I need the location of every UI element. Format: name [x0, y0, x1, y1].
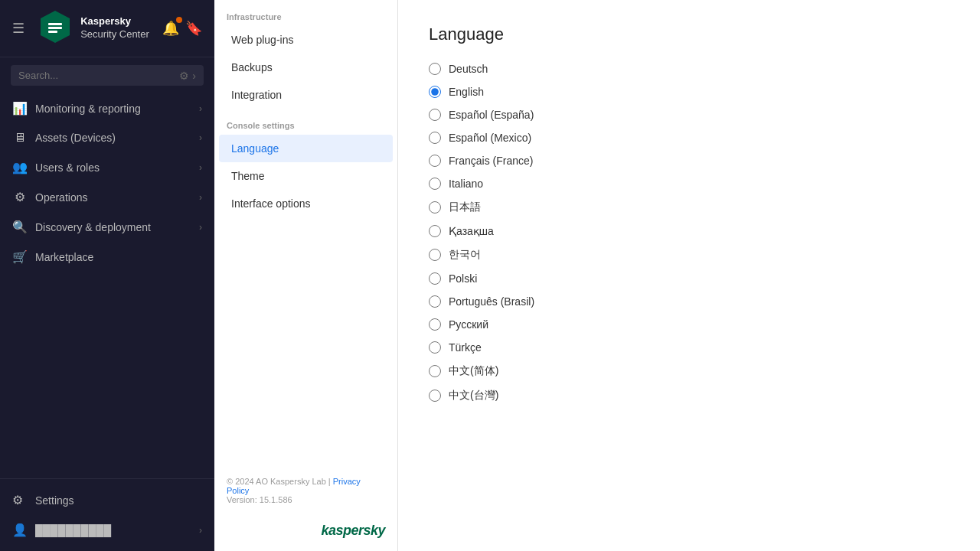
radio-turkish[interactable]: [429, 341, 441, 354]
sidebar-item-monitoring-label: Monitoring & reporting: [35, 103, 199, 115]
chevron-right-icon[interactable]: ›: [192, 70, 196, 82]
radio-label-espanol-mexico: Español (Mexico): [449, 132, 531, 144]
radio-item-korean[interactable]: 한국어: [429, 248, 949, 262]
radio-item-kazakh[interactable]: Қазақша: [429, 225, 949, 237]
radio-item-japanese[interactable]: 日本語: [429, 201, 949, 214]
radio-item-english[interactable]: English: [429, 86, 949, 98]
radio-item-turkish[interactable]: Türkçe: [429, 341, 949, 354]
middle-item-interface-options[interactable]: Interface options: [219, 190, 393, 217]
sidebar-item-discovery-label: Discovery & deployment: [35, 221, 199, 233]
radio-japanese[interactable]: [429, 201, 441, 214]
radio-label-russian: Русский: [449, 318, 488, 331]
sidebar-item-monitoring[interactable]: 📊 Monitoring & reporting ›: [0, 93, 214, 123]
kaspersky-brand-logo: kaspersky: [214, 517, 397, 551]
radio-label-polski: Polski: [449, 272, 477, 285]
radio-label-espanol-espana: Español (España): [449, 109, 534, 121]
middle-item-language[interactable]: Language: [219, 135, 393, 162]
users-icon: 👥: [12, 160, 28, 174]
radio-label-chinese-traditional: 中文(台灣): [449, 389, 498, 403]
monitoring-icon: 📊: [12, 101, 28, 116]
sidebar-item-discovery[interactable]: 🔍 Discovery & deployment ›: [0, 212, 214, 242]
radio-label-italiano: Italiano: [449, 178, 483, 190]
radio-label-japanese: 日本語: [449, 201, 481, 214]
radio-polski[interactable]: [429, 272, 441, 285]
radio-espanol-espana[interactable]: [429, 109, 441, 121]
sidebar-item-users[interactable]: 👥 Users & roles ›: [0, 152, 214, 182]
sidebar-search-area: ⚙ ›: [0, 57, 214, 93]
sidebar-item-operations-label: Operations: [35, 191, 199, 204]
radio-item-russian[interactable]: Русский: [429, 318, 949, 331]
sidebar-item-marketplace[interactable]: 🛒 Marketplace: [0, 242, 214, 272]
radio-item-deutsch[interactable]: Deutsch: [429, 63, 949, 75]
radio-item-italiano[interactable]: Italiano: [429, 178, 949, 190]
chevron-icon: ›: [199, 222, 202, 233]
sidebar-footer: ⚙ Settings 👤 ██████████ ›: [0, 478, 214, 551]
radio-label-kazakh: Қазақша: [449, 225, 494, 237]
middle-item-backups[interactable]: Backups: [219, 54, 393, 81]
radio-label-deutsch: Deutsch: [449, 63, 488, 75]
middle-panel: Infrastructure Web plug-ins Backups Inte…: [214, 0, 398, 551]
radio-espanol-mexico[interactable]: [429, 132, 441, 144]
sidebar-item-user[interactable]: 👤 ██████████ ›: [0, 515, 214, 545]
radio-kazakh[interactable]: [429, 225, 441, 237]
radio-portugues[interactable]: [429, 295, 441, 308]
radio-deutsch[interactable]: [429, 63, 441, 75]
operations-icon: ⚙: [12, 190, 28, 204]
sidebar-item-settings[interactable]: ⚙ Settings: [0, 485, 214, 515]
svg-rect-1: [48, 23, 62, 25]
search-actions: ⚙ ›: [179, 70, 196, 82]
notifications-icon[interactable]: 🔔: [162, 20, 179, 37]
sidebar-item-users-label: Users & roles: [35, 161, 199, 174]
sidebar-item-assets[interactable]: 🖥 Assets (Devices) ›: [0, 123, 214, 152]
infrastructure-section-label: Infrastructure: [214, 0, 397, 26]
radio-item-espanol-mexico[interactable]: Español (Mexico): [429, 132, 949, 144]
marketplace-icon: 🛒: [12, 249, 28, 264]
sidebar: ☰ Kaspersky Security Center 🔔 🔖: [0, 0, 214, 551]
chevron-icon: ›: [199, 132, 202, 143]
radio-item-chinese-simplified[interactable]: 中文(简体): [429, 364, 949, 378]
svg-rect-3: [48, 31, 57, 33]
radio-item-francais[interactable]: Français (France): [429, 155, 949, 167]
bookmarks-icon[interactable]: 🔖: [185, 20, 202, 37]
middle-item-integration[interactable]: Integration: [219, 81, 393, 109]
logo-area: Kaspersky Security Center: [38, 9, 149, 47]
radio-korean[interactable]: [429, 249, 441, 261]
sidebar-item-marketplace-label: Marketplace: [35, 251, 202, 263]
chevron-icon: ›: [199, 103, 202, 114]
user-chevron-icon: ›: [199, 525, 202, 536]
radio-label-korean: 한국어: [449, 248, 481, 262]
radio-chinese-traditional[interactable]: [429, 390, 441, 402]
discovery-icon: 🔍: [12, 220, 28, 234]
radio-label-chinese-simplified: 中文(简体): [449, 364, 498, 378]
user-icon: 👤: [12, 523, 28, 537]
middle-item-theme[interactable]: Theme: [219, 162, 393, 190]
version-text: Version: 15.1.586: [227, 495, 385, 504]
radio-english[interactable]: [429, 86, 441, 98]
app-logo: [38, 9, 73, 47]
radio-item-portugues[interactable]: Português (Brasil): [429, 295, 949, 308]
assets-icon: 🖥: [12, 131, 28, 145]
copyright-text: © 2024 AO Kaspersky Lab | Privacy Policy: [227, 477, 385, 495]
main-content: Language DeutschEnglishEspañol (España)E…: [398, 0, 980, 551]
svg-rect-2: [48, 27, 62, 29]
app-name: Kaspersky Security Center: [80, 15, 149, 41]
settings-icon: ⚙: [12, 493, 28, 507]
filter-icon[interactable]: ⚙: [179, 70, 189, 82]
radio-italiano[interactable]: [429, 178, 441, 190]
sidebar-header: ☰ Kaspersky Security Center 🔔 🔖: [0, 0, 214, 57]
radio-item-polski[interactable]: Polski: [429, 272, 949, 285]
sidebar-item-operations[interactable]: ⚙ Operations ›: [0, 182, 214, 212]
middle-item-web-plugins[interactable]: Web plug-ins: [219, 26, 393, 54]
radio-chinese-simplified[interactable]: [429, 365, 441, 377]
chevron-icon: ›: [199, 162, 202, 173]
radio-item-chinese-traditional[interactable]: 中文(台灣): [429, 389, 949, 403]
radio-russian[interactable]: [429, 318, 441, 331]
search-input[interactable]: [11, 65, 204, 86]
menu-icon[interactable]: ☰: [12, 20, 24, 37]
radio-item-espanol-espana[interactable]: Español (España): [429, 109, 949, 121]
user-label: ██████████: [35, 524, 199, 536]
sidebar-item-assets-label: Assets (Devices): [35, 132, 199, 144]
radio-francais[interactable]: [429, 155, 441, 167]
chevron-icon: ›: [199, 192, 202, 203]
radio-label-francais: Français (France): [449, 155, 533, 167]
